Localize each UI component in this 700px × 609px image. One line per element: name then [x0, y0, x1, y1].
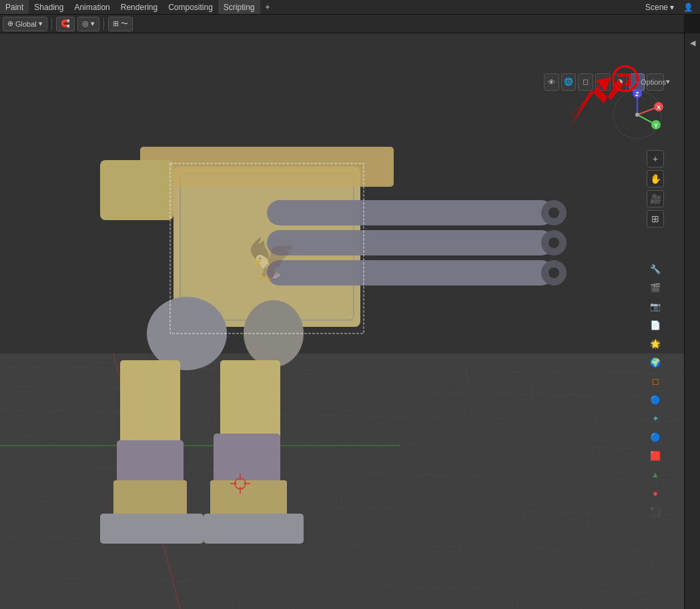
- transform-origin-label: Global: [15, 20, 37, 28]
- object-data-btn[interactable]: ▲: [647, 466, 664, 483]
- menu-item-rendering[interactable]: Rendering: [115, 0, 163, 14]
- snap-btn[interactable]: 🧲: [56, 17, 75, 31]
- object-data-icon: ▲: [651, 470, 660, 480]
- svg-point-33: [549, 207, 559, 218]
- menu-item-shading[interactable]: Shading: [29, 0, 69, 14]
- scene-props-btn[interactable]: 🌟: [647, 335, 664, 352]
- options-dropdown-icon: ▾: [666, 77, 670, 86]
- modifier-props-icon: 🔵: [650, 395, 661, 405]
- collapse-icon: ◀: [690, 39, 695, 47]
- main-toolbar: ⊕ Global ▾ 🧲 ◎ ▾ ⊞ 〜: [0, 15, 684, 33]
- svg-rect-26: [140, 147, 394, 187]
- modifier-props-btn[interactable]: 🔵: [647, 391, 664, 408]
- scene-selector[interactable]: Scene ▾: [641, 1, 678, 13]
- physics-btn[interactable]: 🔵: [647, 428, 664, 446]
- menu-item-compositing[interactable]: Compositing: [163, 0, 218, 14]
- proportional-icon: ◎: [82, 19, 89, 28]
- properties-panel-icons: 🔧 🎬 📷 📄 🌟 🌍 ◻ 🔵 ✦ 🔵 🟥: [647, 260, 664, 520]
- toolbar-separator-2: [103, 18, 104, 30]
- svg-text:Y: Y: [654, 122, 658, 129]
- constraints-btn[interactable]: 🟥: [647, 447, 664, 464]
- user-menu[interactable]: 👤: [679, 1, 697, 13]
- camera-view-btn[interactable]: 🎥: [647, 190, 664, 207]
- transform-origin-arrow: ▾: [39, 19, 43, 28]
- proportional-btn[interactable]: ◎ ▾: [77, 17, 99, 31]
- particles-btn[interactable]: ✦: [647, 410, 664, 427]
- transform-origin-btn[interactable]: ⊕ Global ▾: [3, 17, 47, 31]
- transform-btn[interactable]: ⊞ 〜: [108, 17, 133, 31]
- svg-text:🦅: 🦅: [247, 236, 297, 283]
- scene-dropdown-icon: ▾: [670, 3, 674, 12]
- collapse-panel-btn[interactable]: ◀: [686, 36, 699, 49]
- ortho-view-btn[interactable]: ⊞: [647, 210, 664, 227]
- pan-icon: ✋: [650, 173, 661, 184]
- right-panel-strip: ◀: [684, 33, 700, 609]
- transform-origin-icon: ⊕: [7, 19, 13, 28]
- viewport-overlay-bar: [0, 33, 684, 52]
- render-props-btn[interactable]: 🎬: [647, 279, 664, 296]
- svg-text:X: X: [657, 104, 661, 111]
- viewport-navigation-tools: + ✋ 🎥 ⊞: [647, 150, 664, 227]
- tools-props-btn[interactable]: 🔧: [647, 260, 664, 277]
- annotation-circle: [612, 65, 639, 92]
- zoom-in-btn[interactable]: +: [647, 150, 664, 167]
- world-props-btn[interactable]: 🌍: [647, 354, 664, 371]
- menu-item-scripting[interactable]: Scripting: [218, 0, 260, 14]
- ortho-icon: ⊞: [651, 213, 659, 224]
- view-layer-btn[interactable]: 📄: [647, 316, 664, 334]
- output-props-icon: 📷: [650, 301, 661, 312]
- svg-rect-28: [267, 230, 554, 255]
- world-props-icon: 🌍: [650, 358, 661, 368]
- menu-item-paint[interactable]: Paint: [0, 0, 29, 14]
- svg-rect-29: [267, 260, 554, 285]
- viewport-overlay-icon: 👁: [548, 78, 555, 86]
- 3d-viewport[interactable]: 🦅: [0, 33, 684, 609]
- snap-icon: 🧲: [61, 19, 70, 28]
- tools-props-icon: 🔧: [650, 264, 661, 274]
- output-props-btn[interactable]: 📷: [647, 297, 664, 315]
- svg-rect-46: [100, 514, 204, 544]
- object-props-btn[interactable]: ◻: [647, 372, 664, 390]
- render-props-icon: 🎬: [650, 283, 661, 293]
- camera-icon: 🎥: [650, 193, 661, 204]
- scene-label: Scene: [645, 3, 668, 12]
- physics-icon: 🔵: [650, 432, 661, 442]
- toolbar-separator-1: [51, 18, 52, 30]
- pan-btn[interactable]: ✋: [647, 170, 664, 187]
- user-icon: 👤: [683, 3, 693, 12]
- transform-icon: ⊞: [113, 19, 119, 28]
- svg-point-35: [549, 267, 559, 278]
- material-props-icon: ●: [653, 488, 658, 498]
- scene-props-icon: 🌟: [650, 339, 661, 349]
- options-label: Options: [641, 78, 666, 86]
- object-props-icon: ◻: [652, 376, 659, 386]
- particles-icon: ✦: [652, 414, 659, 424]
- proportional-dropdown-icon: ▾: [91, 19, 95, 28]
- texture-props-icon: ⬛: [650, 507, 661, 517]
- material-props-btn[interactable]: ●: [647, 484, 664, 502]
- texture-props-btn[interactable]: ⬛: [647, 503, 664, 520]
- svg-point-64: [635, 113, 639, 117]
- top-menu-bar: Paint Shading Animation Rendering Compos…: [0, 0, 700, 15]
- menu-item-add[interactable]: +: [260, 0, 276, 14]
- svg-rect-27: [267, 200, 554, 225]
- wave-icon: 〜: [121, 19, 128, 29]
- svg-rect-36: [100, 160, 173, 220]
- constraints-icon: 🟥: [650, 451, 661, 461]
- svg-rect-47: [204, 514, 304, 544]
- svg-point-34: [549, 237, 559, 248]
- menu-right-group: Scene ▾ 👤: [641, 0, 700, 14]
- view-layer-icon: 📄: [650, 320, 661, 330]
- svg-rect-40: [120, 360, 180, 454]
- svg-text:Z: Z: [635, 91, 639, 97]
- menu-item-animation[interactable]: Animation: [69, 0, 115, 14]
- zoom-in-icon: +: [653, 153, 658, 164]
